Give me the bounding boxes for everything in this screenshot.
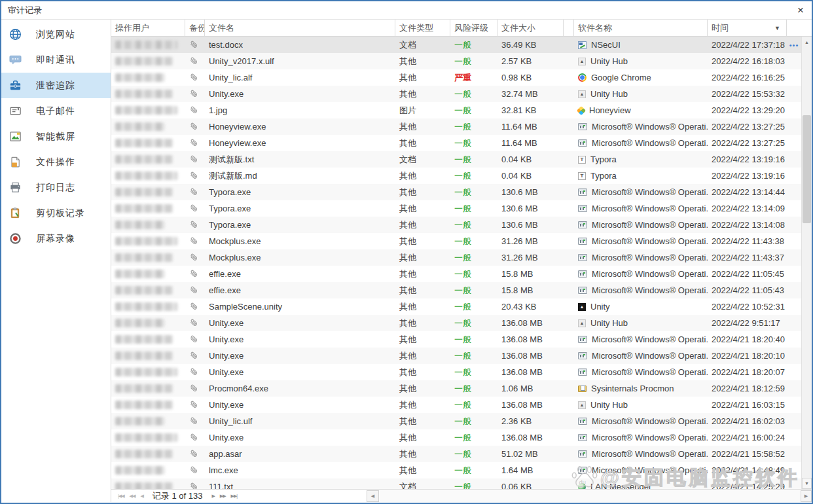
row-actions-button[interactable]: [787, 266, 801, 282]
row-actions-button[interactable]: [787, 102, 801, 118]
table-row[interactable]: Typora.exe 其他 一般 130.6 MB Microsoft® Win…: [111, 217, 801, 233]
horizontal-scroll-track[interactable]: [380, 490, 800, 502]
row-actions-button[interactable]: [787, 282, 801, 298]
sidebar-item-print-log[interactable]: 打印日志: [1, 175, 111, 200]
vertical-scrollbar[interactable]: ▲ ▼: [801, 37, 812, 489]
nsecui-icon: [578, 41, 587, 49]
row-actions-button[interactable]: [787, 184, 801, 200]
row-actions-button[interactable]: [787, 380, 801, 397]
sort-filter-icon[interactable]: ▼: [772, 24, 782, 32]
col-header-time[interactable]: 时间▼: [708, 20, 787, 36]
row-actions-button[interactable]: [787, 413, 801, 429]
page-first-button[interactable]: |◀◀: [115, 494, 127, 499]
row-actions-button[interactable]: [787, 233, 801, 249]
risk-rating: 一般: [450, 86, 497, 102]
table-row[interactable]: Unity.exe 其他 一般 136.08 MB Microsoft® Win…: [111, 364, 801, 380]
col-header-filename[interactable]: 文件名: [205, 20, 395, 36]
col-header-backup[interactable]: 备份: [185, 20, 205, 36]
vertical-scroll-thumb[interactable]: [803, 115, 811, 223]
page-next-button[interactable]: ▶: [209, 494, 217, 499]
page-rewind-button[interactable]: ◀◀: [127, 494, 138, 499]
chrome-icon: [578, 73, 587, 82]
table-row[interactable]: Typora.exe 其他 一般 130.6 MB Microsoft® Win…: [111, 200, 801, 217]
table-row[interactable]: lmc.exe 其他 一般 1.64 MB Microsoft® Windows…: [111, 462, 801, 478]
row-actions-button[interactable]: [787, 53, 801, 69]
redacted-username: [115, 482, 173, 489]
sidebar-item-screen-record[interactable]: 屏幕录像: [1, 226, 111, 251]
table-row[interactable]: 测试新版.txt 文档 一般 0.04 KB Typora 2022/4/22 …: [111, 151, 801, 168]
row-actions-button[interactable]: [787, 86, 801, 102]
row-actions-button[interactable]: [787, 446, 801, 462]
sidebar-item-file-ops[interactable]: 文件操作: [1, 149, 111, 175]
table-row[interactable]: SampleScene.unity 其他 一般 20.43 KB Unity 2…: [111, 298, 801, 315]
sidebar-item-leak-trace[interactable]: 泄密追踪: [1, 73, 111, 98]
col-header-software[interactable]: 软件名称: [574, 20, 708, 36]
table-row[interactable]: Mockplus.exe 其他 一般 31.26 MB Microsoft® W…: [111, 233, 801, 249]
row-actions-button[interactable]: [787, 168, 801, 184]
table-row[interactable]: Unity.exe 其他 一般 136.08 MB Unity Hub 2022…: [111, 315, 801, 331]
table-row[interactable]: Unity.exe 其他 一般 136.08 MB Microsoft® Win…: [111, 331, 801, 348]
close-icon[interactable]: ×: [789, 1, 812, 20]
table-row[interactable]: Unity_lic.ulf 其他 一般 2.36 KB Microsoft® W…: [111, 413, 801, 429]
picture-icon: [9, 130, 22, 143]
row-actions-button[interactable]: [787, 118, 801, 135]
row-actions-button[interactable]: •••: [787, 37, 801, 53]
table-row[interactable]: Procmon64.exe 其他 一般 1.06 MB Sysinternals…: [111, 380, 801, 397]
scroll-up-icon[interactable]: ▲: [802, 37, 812, 48]
table-row[interactable]: 1.jpg 图片 一般 32.81 KB Honeyview 2022/4/22…: [111, 102, 801, 118]
table-row[interactable]: test.docx 文档 一般 36.49 KB NSecUI 2022/4/2…: [111, 37, 801, 53]
table-row[interactable]: Unity_lic.alf 其他 严重 0.98 KB Google Chrom…: [111, 69, 801, 86]
row-actions-button[interactable]: [787, 135, 801, 151]
table-row[interactable]: Unity.exe 其他 一般 32.74 MB Unity Hub 2022/…: [111, 86, 801, 102]
table-row[interactable]: 测试新版.md 其他 一般 0.04 KB Typora 2022/4/22 1…: [111, 168, 801, 184]
table-row[interactable]: Unity.exe 其他 一般 136.08 MB Microsoft® Win…: [111, 429, 801, 446]
timestamp: 2022/4/21 18:20:07: [708, 364, 787, 380]
row-actions-button[interactable]: [787, 315, 801, 331]
risk-rating: 一般: [450, 217, 497, 233]
sidebar-item-im[interactable]: 即时通讯: [1, 47, 111, 73]
sidebar-item-browse-web[interactable]: 浏览网站: [1, 22, 111, 47]
table-row[interactable]: Unity.exe 其他 一般 136.08 MB Microsoft® Win…: [111, 348, 801, 364]
row-actions-button[interactable]: [787, 217, 801, 233]
table-row[interactable]: Honeyview.exe 其他 一般 11.64 MB Microsoft® …: [111, 118, 801, 135]
col-header-filetype[interactable]: 文件类型: [395, 20, 450, 36]
row-actions-button[interactable]: [787, 151, 801, 168]
page-forward-button[interactable]: ▶▶: [217, 494, 228, 499]
row-actions-button[interactable]: [787, 331, 801, 348]
row-actions-button[interactable]: [787, 298, 801, 315]
sidebar-item-email[interactable]: 电子邮件: [1, 98, 111, 124]
table-row[interactable]: 111.txt 文档 一般 0.06 KB LAN Messenger 2022…: [111, 478, 801, 489]
sidebar-item-smart-capture[interactable]: 智能截屏: [1, 124, 111, 149]
hscroll-left-icon[interactable]: ◀: [367, 490, 379, 502]
row-actions-button[interactable]: [787, 429, 801, 446]
table-row[interactable]: effie.exe 其他 一般 15.8 MB Microsoft® Windo…: [111, 266, 801, 282]
col-header-filesize[interactable]: 文件大小: [497, 20, 564, 36]
row-actions-button[interactable]: [787, 200, 801, 217]
row-actions-button[interactable]: [787, 364, 801, 380]
scroll-down-icon[interactable]: ▼: [802, 478, 812, 489]
table-row[interactable]: effie.exe 其他 一般 15.8 MB Microsoft® Windo…: [111, 282, 801, 298]
table-row[interactable]: Mockplus.exe 其他 一般 31.26 MB Microsoft® W…: [111, 249, 801, 266]
col-header-risk[interactable]: 风险评级: [450, 20, 497, 36]
row-actions-button[interactable]: [787, 478, 801, 489]
table-row[interactable]: Honeyview.exe 其他 一般 11.64 MB Microsoft® …: [111, 135, 801, 151]
file-size: 130.6 MB: [497, 200, 564, 217]
hscroll-right-icon[interactable]: ▶: [801, 490, 812, 502]
timestamp: 2022/4/21 16:03:15: [708, 397, 787, 413]
row-actions-button[interactable]: [787, 348, 801, 364]
sidebar-item-clipboard[interactable]: 剪切板记录: [1, 200, 111, 226]
table-row[interactable]: Typora.exe 其他 一般 130.6 MB Microsoft® Win…: [111, 184, 801, 200]
table-row[interactable]: Unity.exe 其他 一般 136.08 MB Unity Hub 2022…: [111, 397, 801, 413]
page-prev-button[interactable]: ◀: [137, 494, 145, 499]
winos-icon: [578, 287, 587, 294]
row-actions-button[interactable]: [787, 69, 801, 86]
file-name: effie.exe: [205, 282, 395, 298]
col-header-user[interactable]: 操作用户: [111, 20, 185, 36]
row-actions-button[interactable]: [787, 397, 801, 413]
row-actions-button[interactable]: [787, 462, 801, 478]
table-row[interactable]: Unity_v2017.x.ulf 其他 一般 2.57 KB Unity Hu…: [111, 53, 801, 69]
table-row[interactable]: app.asar 其他 一般 51.02 MB Microsoft® Windo…: [111, 446, 801, 462]
sidebar-item-label: 打印日志: [36, 182, 75, 194]
row-actions-button[interactable]: [787, 249, 801, 266]
page-last-button[interactable]: ▶▶|: [228, 494, 240, 499]
